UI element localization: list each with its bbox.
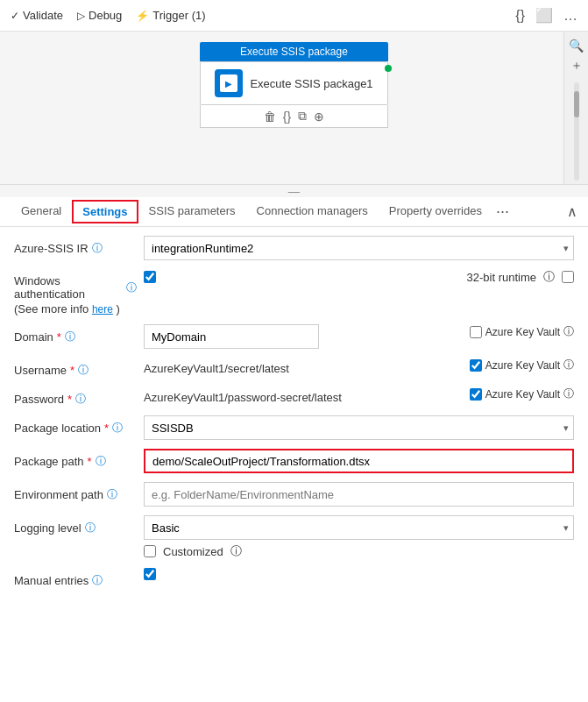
package-path-label: Package path * ⓘ <box>14 449 137 469</box>
username-azure-key-vault-checkbox[interactable] <box>470 359 482 372</box>
domain-row: Domain * ⓘ Azure Key Vault ⓘ <box>14 324 574 349</box>
node-copy-button[interactable]: ⧉ <box>298 109 307 124</box>
environment-path-input[interactable] <box>144 482 574 507</box>
package-path-control <box>144 449 574 473</box>
trigger-button[interactable]: ⚡ Trigger (1) <box>136 9 205 22</box>
logging-level-info-icon[interactable]: ⓘ <box>85 521 96 535</box>
manual-entries-checkbox[interactable] <box>144 568 156 580</box>
node-status-dot <box>385 65 392 72</box>
tab-general[interactable]: General <box>11 199 72 224</box>
package-location-required: * <box>104 422 109 435</box>
toolbar-right: {} ⬜ … <box>515 7 577 24</box>
windows-auth-checkbox[interactable] <box>144 271 156 283</box>
environment-path-label: Environment path ⓘ <box>14 482 137 502</box>
package-location-control: SSISDB ▾ <box>144 415 574 440</box>
canvas-zoom-in-button[interactable]: ＋ <box>570 58 583 74</box>
windows-auth-label-group: Windows authentication ⓘ (See more info … <box>14 274 137 316</box>
tab-property-overrides[interactable]: Property overrides <box>379 199 492 224</box>
debug-label: Debug <box>89 9 122 22</box>
runtime-32bit-checkbox[interactable] <box>562 271 574 283</box>
password-vault-info-icon[interactable]: ⓘ <box>563 386 574 401</box>
logging-level-select[interactable]: Basic <box>144 515 574 540</box>
validate-label: Validate <box>23 9 63 22</box>
password-azure-key-vault: Azure Key Vault ⓘ <box>470 386 574 401</box>
pipeline-node[interactable]: Execute SSIS package Execute SSIS packag… <box>200 42 387 128</box>
node-tooltip: Execute SSIS package <box>200 42 387 61</box>
manual-entries-row: Manual entries ⓘ <box>14 568 574 588</box>
node-delete-button[interactable]: 🗑 <box>264 109 276 124</box>
username-row: Username * ⓘ AzureKeyVault1/secret/lates… <box>14 358 574 378</box>
domain-required: * <box>57 330 61 344</box>
pipeline-canvas: Execute SSIS package Execute SSIS packag… <box>0 32 588 185</box>
logging-level-label: Logging level ⓘ <box>14 515 137 535</box>
expand-button[interactable]: ⬜ <box>535 7 553 24</box>
azure-ssis-ir-label: Azure-SSIS IR ⓘ <box>14 236 137 256</box>
domain-vault-info-icon[interactable]: ⓘ <box>563 324 574 339</box>
tab-ssis-parameters[interactable]: SSIS parameters <box>138 199 246 224</box>
node-icon <box>215 69 243 97</box>
panel-collapse-button[interactable]: ∧ <box>567 203 577 220</box>
customized-checkbox[interactable] <box>144 545 156 557</box>
azure-ssis-ir-select[interactable]: integrationRuntime2 <box>144 236 574 260</box>
logging-level-select-wrapper: Basic ▾ <box>144 515 574 540</box>
azure-ssis-ir-control: integrationRuntime2 ▾ <box>144 236 574 260</box>
collapse-toggle: — <box>0 185 588 197</box>
domain-azure-key-vault-checkbox[interactable] <box>470 326 482 338</box>
collapse-button[interactable]: — <box>286 187 303 195</box>
trigger-icon: ⚡ <box>136 10 149 22</box>
windows-auth-link[interactable]: here <box>92 303 113 316</box>
logging-level-row: Logging level ⓘ Basic ▾ Customized ⓘ <box>14 515 574 559</box>
debug-icon: ▷ <box>77 10 85 22</box>
tab-connection-managers[interactable]: Connection managers <box>246 199 379 224</box>
customized-info-icon[interactable]: ⓘ <box>230 543 242 559</box>
runtime-32bit-group: 32-bit runtime ⓘ <box>467 269 574 285</box>
domain-azure-key-vault: Azure Key Vault ⓘ <box>470 324 574 339</box>
logging-level-control-group: Basic ▾ Customized ⓘ <box>144 515 574 559</box>
node-label: Execute SSIS package1 <box>250 77 372 90</box>
node-box: Execute SSIS package1 <box>200 61 387 105</box>
validate-button[interactable]: ✓ Validate <box>11 9 63 22</box>
code-view-button[interactable]: {} <box>515 7 525 24</box>
manual-entries-info-icon[interactable]: ⓘ <box>92 573 103 588</box>
customized-row: Customized ⓘ <box>144 543 574 559</box>
package-location-select[interactable]: SSISDB <box>144 415 574 440</box>
domain-input[interactable] <box>144 324 319 349</box>
tab-settings[interactable]: Settings <box>72 200 138 223</box>
username-azure-key-vault-label: Azure Key Vault <box>485 359 560 372</box>
package-location-row: Package location * ⓘ SSISDB ▾ <box>14 415 574 440</box>
windows-auth-link-row: (See more info here ) <box>14 302 137 316</box>
package-path-required: * <box>88 455 92 468</box>
username-required: * <box>70 364 74 377</box>
azure-ssis-ir-info-icon[interactable]: ⓘ <box>92 241 103 256</box>
tabs-more-button[interactable]: ··· <box>496 202 509 221</box>
node-connect-button[interactable]: ⊕ <box>314 109 324 124</box>
package-path-info-icon[interactable]: ⓘ <box>96 454 106 469</box>
password-value: AzureKeyVault1/password-secret/latest <box>144 386 342 404</box>
node-actions: 🗑 {} ⧉ ⊕ <box>200 105 387 128</box>
username-info-icon[interactable]: ⓘ <box>78 363 89 378</box>
password-azure-key-vault-label: Azure Key Vault <box>485 388 560 401</box>
package-path-input[interactable] <box>144 449 574 473</box>
windows-auth-info-icon[interactable]: ⓘ <box>126 280 137 295</box>
canvas-right-panel: 🔍 ＋ <box>563 32 588 184</box>
node-code-button[interactable]: {} <box>283 109 291 124</box>
username-value: AzureKeyVault1/secret/latest <box>144 358 289 375</box>
debug-button[interactable]: ▷ Debug <box>77 9 122 22</box>
domain-azure-key-vault-label: Azure Key Vault <box>485 326 560 338</box>
environment-path-info-icon[interactable]: ⓘ <box>107 487 117 502</box>
password-info-icon[interactable]: ⓘ <box>75 392 86 407</box>
node-icon-inner <box>220 74 237 92</box>
runtime-32bit-info-icon[interactable]: ⓘ <box>543 269 555 285</box>
validate-icon: ✓ <box>11 10 19 22</box>
panel-tabs: General Settings SSIS parameters Connect… <box>0 197 588 227</box>
password-azure-key-vault-checkbox[interactable] <box>470 388 482 401</box>
environment-path-control <box>144 482 574 507</box>
canvas-search-button[interactable]: 🔍 <box>569 39 584 53</box>
manual-entries-control <box>144 568 574 580</box>
more-options-button[interactable]: … <box>563 7 577 24</box>
domain-info-icon[interactable]: ⓘ <box>65 330 75 344</box>
package-location-info-icon[interactable]: ⓘ <box>112 421 123 436</box>
windows-auth-label: Windows authentication ⓘ (See more info … <box>14 269 137 316</box>
username-vault-info-icon[interactable]: ⓘ <box>563 358 574 372</box>
settings-form: Azure-SSIS IR ⓘ integrationRuntime2 ▾ Wi… <box>0 227 588 702</box>
